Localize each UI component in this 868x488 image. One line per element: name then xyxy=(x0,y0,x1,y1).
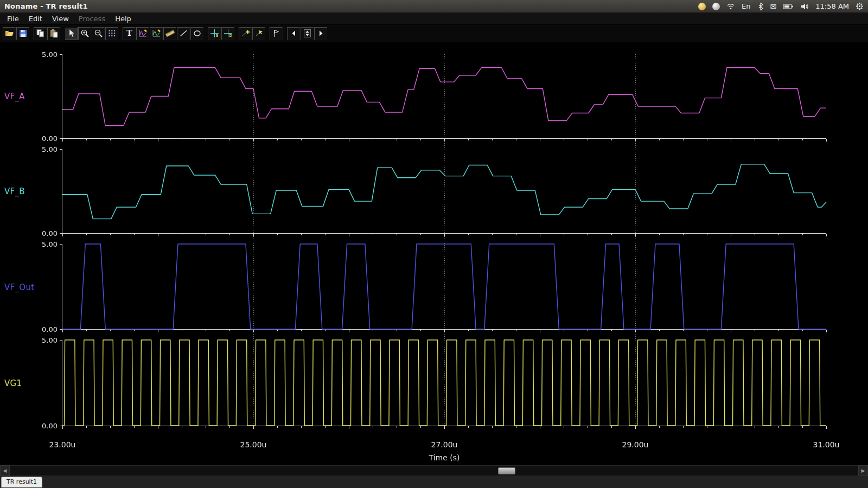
waveform-canvas[interactable] xyxy=(0,42,868,465)
signal-label-vf-a[interactable]: VF_A xyxy=(4,92,25,101)
y-tick-label: 5.00 xyxy=(20,336,58,344)
add-curve-icon xyxy=(138,29,148,38)
horizontal-scrollbar[interactable]: ◀ ▶ xyxy=(0,465,868,476)
toolbar-group xyxy=(270,27,283,40)
add-cursor-button[interactable] xyxy=(239,27,252,40)
paste-button[interactable] xyxy=(47,27,60,40)
system-tray: En ✉ 11:58 AM xyxy=(698,2,864,11)
toolbar-group xyxy=(287,27,327,40)
cursor-b-button[interactable]: b xyxy=(221,27,234,40)
copy-icon xyxy=(36,29,45,38)
zoom-in-button[interactable] xyxy=(78,27,91,40)
y-tick-label: 0.00 xyxy=(20,229,58,237)
result-tabs: TR result1 xyxy=(0,476,868,488)
volume-icon[interactable] xyxy=(800,2,809,11)
battery-icon[interactable] xyxy=(783,3,794,10)
messaging-indicator-icon[interactable] xyxy=(698,3,706,10)
select-tool-button[interactable] xyxy=(65,27,78,40)
scroll-right-button[interactable]: ▶ xyxy=(858,465,868,476)
cursor-b-icon: b xyxy=(224,29,233,38)
menu-edit[interactable]: Edit xyxy=(24,14,47,24)
grid-toggle-button[interactable] xyxy=(105,27,118,40)
cursor-a-button[interactable]: a xyxy=(208,27,221,40)
zoom-out-icon xyxy=(94,29,103,38)
wifi-icon[interactable] xyxy=(726,2,735,11)
toolbar-group xyxy=(3,27,29,40)
menu-help[interactable]: Help xyxy=(110,14,136,24)
y-tick-label: 0.00 xyxy=(20,325,58,333)
text-tool-button[interactable]: T xyxy=(123,27,136,40)
x-tick-label: 29.00u xyxy=(622,440,649,449)
grid-toggle-icon xyxy=(107,29,117,38)
save-file-button[interactable] xyxy=(16,27,29,40)
page-next-button[interactable] xyxy=(314,27,327,40)
page-next-icon xyxy=(316,29,326,38)
page-prev-icon xyxy=(289,29,298,38)
line-tool-button[interactable] xyxy=(177,27,190,40)
y-tick-label: 5.00 xyxy=(20,145,58,153)
scrollbar-thumb[interactable] xyxy=(498,467,515,474)
x-axis-title: Time (s) xyxy=(62,453,826,462)
menu-file[interactable]: File xyxy=(2,14,24,24)
window-title: Noname - TR result1 xyxy=(4,2,88,10)
y-tick-label: 0.00 xyxy=(20,134,58,143)
paste-icon xyxy=(49,29,59,38)
page-prev-button[interactable] xyxy=(287,27,300,40)
clock-label[interactable]: 11:58 AM xyxy=(815,2,849,10)
scrollbar-track[interactable] xyxy=(10,465,858,476)
move-cursor-button[interactable] xyxy=(252,27,265,40)
x-tick-label: 27.00u xyxy=(431,440,458,449)
mail-icon[interactable]: ✉ xyxy=(770,2,777,11)
x-tick-label: 23.00u xyxy=(49,440,76,449)
text-tool-icon: T xyxy=(125,29,134,38)
bluetooth-icon[interactable] xyxy=(757,2,764,11)
menu-view[interactable]: View xyxy=(47,14,74,24)
signal-label-vg1[interactable]: VG1 xyxy=(4,378,22,388)
session-gear-icon[interactable] xyxy=(856,2,864,10)
waveform-viewport: VF_A VF_B VF_Out VG1 5.00 0.00 5.00 0.00… xyxy=(0,42,868,465)
signal-label-vf-out[interactable]: VF_Out xyxy=(4,282,34,292)
toolbar-group xyxy=(34,27,60,40)
page-spin-button[interactable] xyxy=(301,27,314,40)
open-file-icon xyxy=(5,29,14,38)
zoom-out-button[interactable] xyxy=(92,27,105,40)
toolbar-group xyxy=(239,27,265,40)
add-cursor-icon xyxy=(241,29,250,38)
titlebar: Noname - TR result1 En ✉ 11:58 AM xyxy=(0,0,868,13)
toolbar-group: ab xyxy=(208,27,234,40)
x-tick-label: 31.00u xyxy=(813,440,840,449)
svg-text:T: T xyxy=(126,29,132,37)
select-tool-icon xyxy=(67,29,76,38)
scroll-left-button[interactable]: ◀ xyxy=(0,465,10,476)
toolbar-group xyxy=(65,27,118,40)
x-tick-label: 25.00u xyxy=(240,440,267,449)
add-curve-button[interactable] xyxy=(136,27,149,40)
copy-button[interactable] xyxy=(34,27,47,40)
marker-flag-button[interactable] xyxy=(270,27,283,40)
move-cursor-icon xyxy=(254,29,264,38)
marker-flag-icon xyxy=(272,29,281,38)
ruler-tool-button[interactable] xyxy=(163,27,176,40)
open-file-button[interactable] xyxy=(3,27,16,40)
ellipse-tool-icon xyxy=(193,29,202,38)
zoom-in-icon xyxy=(80,29,90,38)
keyboard-layout-indicator[interactable]: En xyxy=(742,2,750,10)
tab-tr-result1[interactable]: TR result1 xyxy=(1,477,42,487)
toolbar-group: T xyxy=(123,27,203,40)
ellipse-tool-button[interactable] xyxy=(190,27,203,40)
svg-text:a: a xyxy=(215,33,218,38)
y-tick-label: 5.00 xyxy=(20,240,58,248)
signal-label-vf-b[interactable]: VF_B xyxy=(4,187,25,196)
edit-curve-icon xyxy=(152,29,161,38)
menubar: File Edit View Process Help xyxy=(0,13,868,25)
line-tool-icon xyxy=(179,29,188,38)
save-file-icon xyxy=(18,29,28,38)
cursor-a-icon: a xyxy=(210,29,219,38)
toolbar: Tab xyxy=(0,25,868,42)
page-spin-icon xyxy=(303,29,312,38)
edit-curve-button[interactable] xyxy=(150,27,163,40)
session-indicator-icon[interactable] xyxy=(712,3,720,10)
ruler-tool-icon xyxy=(165,29,175,38)
y-tick-label: 5.00 xyxy=(20,50,58,59)
y-tick-label: 0.00 xyxy=(20,422,58,430)
